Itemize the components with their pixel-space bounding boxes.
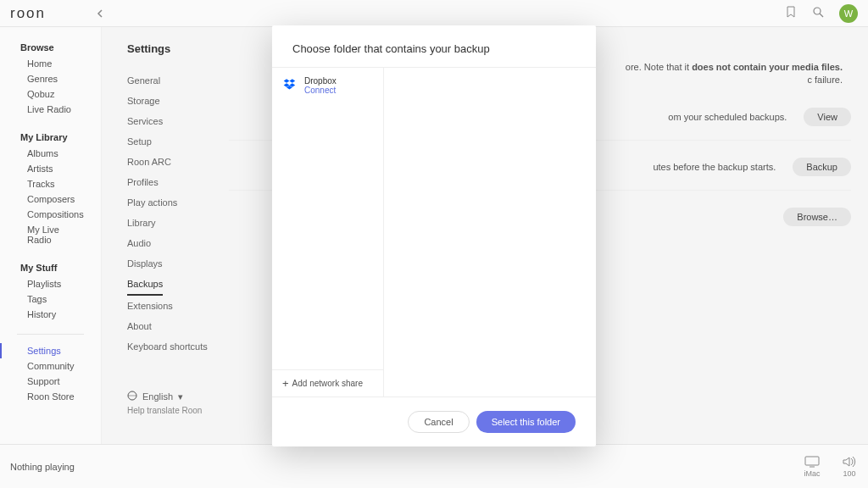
dropbox-icon — [282, 78, 298, 93]
dropbox-source[interactable]: Dropbox Connect — [272, 68, 383, 103]
cancel-button[interactable]: Cancel — [408, 411, 469, 433]
select-folder-button[interactable]: Select this folder — [476, 411, 576, 433]
add-share-label: Add network share — [292, 379, 363, 388]
dropbox-name: Dropbox — [304, 76, 337, 86]
modal-title: Choose folder that contains your backup — [272, 25, 596, 67]
dropbox-connect-link[interactable]: Connect — [304, 86, 337, 95]
folder-contents — [384, 68, 596, 396]
folder-chooser-modal: Choose folder that contains your backup … — [272, 25, 596, 446]
add-network-share[interactable]: + Add network share — [272, 369, 383, 396]
folder-source-list: Dropbox Connect + Add network share — [272, 68, 384, 396]
plus-icon: + — [282, 377, 289, 390]
modal-overlay: Choose folder that contains your backup … — [0, 0, 868, 488]
